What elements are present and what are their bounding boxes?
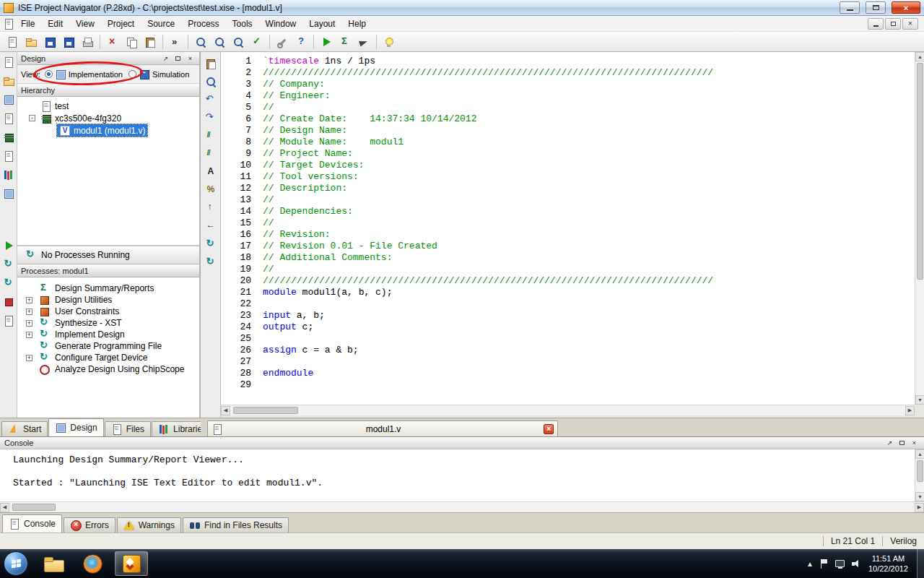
- process-item[interactable]: Analyze Design Using ChipScope: [17, 363, 199, 375]
- clock[interactable]: 11:51 AM 10/22/2012: [868, 553, 908, 574]
- code-line[interactable]: 9// Project Name:: [221, 148, 915, 160]
- letter-a-button[interactable]: [204, 165, 218, 179]
- open-project-button[interactable]: [22, 33, 40, 51]
- scroll-left-icon[interactable]: ◀: [221, 406, 230, 415]
- menu-layout[interactable]: Layout: [302, 17, 341, 31]
- menu-process[interactable]: Process: [181, 17, 225, 31]
- summary-sigma-button[interactable]: [336, 33, 354, 51]
- code-line[interactable]: 7// Design Name:: [221, 125, 915, 137]
- tab-design[interactable]: Design: [48, 418, 103, 436]
- device-view-button[interactable]: [1, 130, 16, 144]
- menu-view[interactable]: View: [69, 17, 101, 31]
- expander-icon[interactable]: +: [26, 355, 32, 361]
- comment-button[interactable]: [204, 129, 218, 143]
- undock-button[interactable]: ↗: [160, 53, 171, 63]
- report-view-button[interactable]: [1, 149, 16, 163]
- launch-dart-button[interactable]: [355, 33, 372, 51]
- zoom-in-button[interactable]: [211, 33, 228, 51]
- show-desktop-button[interactable]: [917, 549, 924, 578]
- open-report-button[interactable]: [1, 314, 16, 328]
- new-document-button[interactable]: [1, 55, 16, 69]
- mdi-restore-button[interactable]: [885, 18, 901, 30]
- code-line[interactable]: 22: [221, 298, 915, 310]
- code-line[interactable]: 5//: [221, 102, 915, 113]
- rerun-process-button[interactable]: [1, 257, 16, 272]
- find-button[interactable]: [204, 74, 218, 89]
- panel-close-button[interactable]: ×: [185, 53, 196, 63]
- scrollbar-thumb[interactable]: [917, 460, 923, 482]
- code-editor[interactable]: 1`timescale 1ns / 1ps2//////////////////…: [221, 52, 915, 405]
- expander-icon[interactable]: +: [26, 320, 32, 327]
- toolbar-overflow-button[interactable]: [167, 33, 184, 51]
- run-button[interactable]: [318, 33, 335, 51]
- scroll-down-icon[interactable]: ▼: [915, 395, 924, 405]
- code-line[interactable]: 26assign c = a & b;: [221, 345, 915, 356]
- open-example-button[interactable]: [1, 74, 16, 88]
- code-line[interactable]: 20//////////////////////////////////////…: [221, 275, 915, 287]
- scrollbar-thumb[interactable]: [12, 504, 56, 511]
- scroll-right-icon[interactable]: ▶: [905, 406, 915, 415]
- menu-project[interactable]: Project: [101, 17, 141, 31]
- hierarchy-item[interactable]: -xc3s500e-4fg320: [17, 112, 199, 124]
- code-line[interactable]: 14// Dependencies:: [221, 206, 915, 217]
- process-item[interactable]: +Design Utilities: [17, 294, 199, 306]
- expander-icon[interactable]: +: [26, 332, 32, 338]
- scroll-down-icon[interactable]: ▼: [915, 492, 924, 501]
- code-line[interactable]: 2///////////////////////////////////////…: [221, 67, 915, 79]
- copy-button[interactable]: [123, 33, 140, 51]
- mdi-minimize-button[interactable]: [868, 18, 884, 30]
- print-button[interactable]: [79, 33, 96, 51]
- tab-find-in-files-results[interactable]: Find in Files Results: [183, 517, 289, 532]
- code-line[interactable]: 25: [221, 333, 915, 345]
- goto-line-button[interactable]: [204, 201, 218, 215]
- volume-icon[interactable]: [852, 559, 861, 568]
- circle-back-button[interactable]: [204, 237, 218, 251]
- code-line[interactable]: 1`timescale 1ns / 1ps: [221, 56, 915, 67]
- scroll-left-icon[interactable]: ◀: [0, 503, 9, 512]
- scroll-right-icon[interactable]: ▶: [915, 503, 924, 512]
- taskbar-explorer-button[interactable]: [37, 551, 70, 576]
- redo-button[interactable]: [204, 111, 218, 125]
- maximize-button[interactable]: [866, 1, 886, 14]
- tab-warnings[interactable]: Warnings: [117, 517, 181, 532]
- cut-button[interactable]: [104, 33, 121, 51]
- code-line[interactable]: 8// Module Name: modul1: [221, 137, 915, 148]
- process-item[interactable]: Generate Programming File: [17, 340, 199, 352]
- overview-button[interactable]: [1, 186, 16, 201]
- code-line[interactable]: 12// Description:: [221, 183, 915, 194]
- radio-icon[interactable]: [45, 70, 53, 78]
- save-button[interactable]: [41, 33, 58, 51]
- view-option-simulation[interactable]: Simulation: [128, 69, 189, 80]
- tab-start[interactable]: Start: [1, 421, 48, 436]
- active-document-icon[interactable]: [3, 18, 14, 30]
- hierarchy-item[interactable]: test: [17, 100, 199, 112]
- tab-errors[interactable]: Errors: [64, 517, 116, 532]
- console-horizontal-scrollbar[interactable]: ◀ ▶: [0, 501, 924, 512]
- tray-expand-icon[interactable]: ▲: [806, 560, 814, 568]
- process-item[interactable]: Design Summary/Reports: [17, 282, 199, 294]
- scrollbar-thumb[interactable]: [917, 63, 923, 280]
- view-option-implementation[interactable]: Implementation: [45, 69, 123, 80]
- console-output[interactable]: Launching Design Summary/Report Viewer..…: [0, 449, 915, 501]
- code-line[interactable]: 21module modul1(a, b, c);: [221, 287, 915, 298]
- expander-icon[interactable]: +: [26, 297, 32, 303]
- code-line[interactable]: 16// Revision:: [221, 229, 915, 241]
- code-line[interactable]: 17// Revision 0.01 - File Created: [221, 241, 915, 252]
- code-line[interactable]: 13//: [221, 194, 915, 206]
- code-line[interactable]: 15//: [221, 217, 915, 229]
- tab-console[interactable]: Console: [2, 514, 62, 532]
- run-process-button[interactable]: [1, 238, 16, 253]
- menu-edit[interactable]: Edit: [41, 17, 69, 31]
- process-item[interactable]: +Synthesize - XST: [17, 317, 199, 329]
- menu-window[interactable]: Window: [259, 17, 303, 31]
- scroll-up-icon[interactable]: ▲: [915, 52, 924, 61]
- code-line[interactable]: 11// Tool versions:: [221, 171, 915, 183]
- rerun-all-button[interactable]: [1, 276, 16, 290]
- code-line[interactable]: 23input a, b;: [221, 310, 915, 322]
- code-line[interactable]: 19//: [221, 264, 915, 275]
- action-center-icon[interactable]: [821, 559, 828, 569]
- menu-tools[interactable]: Tools: [226, 17, 259, 31]
- tab-files[interactable]: Files: [105, 421, 151, 436]
- code-line[interactable]: 29: [221, 379, 915, 391]
- tab-close-button[interactable]: [544, 424, 554, 434]
